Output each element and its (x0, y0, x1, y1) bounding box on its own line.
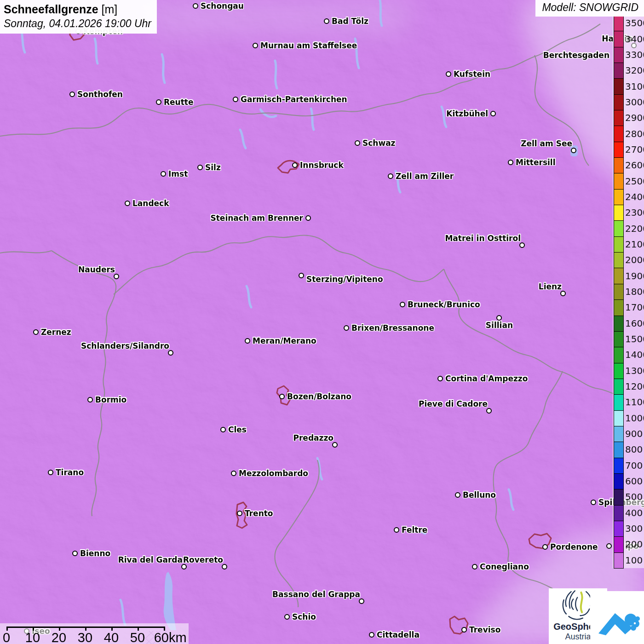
town-dot (87, 397, 93, 402)
town-label: Landeck (132, 199, 169, 208)
scalebar-number: 40 (104, 630, 119, 644)
colorbar-cell (614, 31, 624, 47)
colorbar-value: 1300 (625, 365, 644, 376)
colorbar-value: 600 (625, 476, 643, 487)
colorbar-value: 3400 (625, 34, 644, 45)
town-dot (369, 632, 374, 638)
colorbar-cell (614, 552, 624, 569)
town-dot (161, 171, 166, 177)
town-dot (245, 338, 250, 344)
elevation-colorbar: 3500340033003200310030002900280027002600… (613, 15, 644, 568)
colorbar-cell (614, 505, 624, 521)
colorbar-cell (614, 268, 624, 284)
town-dot (220, 427, 226, 432)
town-label: Matrei in Osttirol (445, 234, 521, 243)
town-label: Nauders (78, 265, 115, 274)
colorbar-cell (614, 299, 624, 316)
town-label: Schongau (201, 1, 244, 11)
colorbar-value: 1700 (625, 302, 644, 313)
town-dot (292, 162, 298, 168)
town-label: Kufstein (454, 69, 490, 79)
scalebar-number: 0 (3, 630, 10, 644)
colorbar-value: 900 (625, 428, 643, 439)
colorbar-value: 1600 (625, 318, 644, 329)
colorbar-cell (614, 205, 624, 221)
town-label: Sillian (486, 321, 513, 330)
town-label: Silz (205, 163, 221, 172)
town-dot (496, 315, 502, 321)
town-dot (508, 160, 513, 165)
colorbar-cell (614, 489, 624, 506)
town-label: Riva del Garda (118, 555, 183, 564)
town-label: Zell am Ziller (396, 172, 454, 181)
town-label: Cles (228, 425, 247, 434)
model-label: Modell: SNOWGRID (535, 0, 644, 17)
colorbar-cell (614, 410, 624, 426)
town-label: Pordenone (550, 542, 598, 552)
colorbar-value: 1100 (625, 397, 644, 408)
town-dot (490, 111, 496, 116)
town-label: Garmisch-Partenkirchen (241, 95, 347, 104)
colorbar-value: 3500 (625, 17, 644, 29)
town-label: Bienno (80, 549, 110, 558)
colorbar-value: 2300 (625, 207, 644, 218)
scalebar-number: 50 (130, 630, 145, 644)
map-title: Schneefallgrenze [m] (4, 3, 151, 16)
town-dot (519, 242, 525, 248)
town-dot (394, 527, 399, 533)
town-label: Treviso (469, 625, 500, 634)
colorbar-cell (614, 78, 624, 95)
colorbar-value: 2800 (625, 128, 644, 139)
scalebar-number: 10 (25, 630, 40, 644)
colorbar-value: 2200 (625, 223, 644, 234)
colorbar-value: 300 (625, 523, 643, 534)
town-dot (193, 3, 198, 9)
town-label: Reutte (164, 98, 194, 107)
town-label: Feltre (402, 525, 427, 535)
colorbar-cell (614, 379, 624, 395)
town-label: Predazzo (293, 433, 334, 443)
colorbar-cell (614, 94, 624, 110)
town-label: Tirano (56, 468, 84, 477)
town-label: Sterzing/Vipiteno (306, 275, 383, 284)
town-dot (168, 350, 173, 356)
town-label: Lienz (539, 282, 562, 291)
colorbar-value: 1800 (625, 286, 644, 297)
colorbar-cell (614, 142, 624, 158)
colorbar-cell (614, 126, 624, 142)
town-dot (222, 564, 227, 569)
town-label: Murnau am Staffelsee (260, 41, 357, 50)
title-box: Schneefallgrenze [m] Sonntag, 04.01.2026… (0, 0, 157, 34)
town-label: Bozen/Bolzano (287, 392, 351, 401)
colorbar-value: 3000 (625, 97, 644, 108)
partner-logo (590, 591, 644, 644)
town-label: Zell am See (521, 139, 572, 148)
snowfall-limit-map: SchongauBad TölzKemptenMurnau am Staffel… (0, 0, 644, 644)
town-dot (114, 274, 119, 279)
mountain-logo-icon (590, 591, 644, 644)
colorbar-cell (614, 284, 624, 300)
colorbar-value: 100 (625, 555, 643, 566)
town-dot (461, 627, 467, 632)
town-label: Zernez (41, 328, 71, 337)
town-label: Trento (245, 509, 273, 518)
town-dot (400, 302, 405, 307)
town-dot (156, 99, 161, 105)
town-dot (181, 564, 187, 569)
scalebar-number: 60km (154, 630, 187, 644)
colorbar-value: 1000 (625, 413, 644, 424)
town-dot (355, 140, 360, 146)
colorbar-value: 1200 (625, 381, 644, 392)
town-label: Sonthofen (77, 90, 123, 99)
colorbar-cell (614, 458, 624, 474)
colorbar-cell (614, 331, 624, 347)
town-label: Mittersill (516, 158, 556, 167)
colorbar-value: 3100 (625, 81, 644, 92)
town-label: Bormio (95, 395, 126, 404)
colorbar-cell (614, 347, 624, 363)
town-label: Belluno (463, 490, 496, 500)
town-label: Meran/Merano (253, 336, 316, 345)
town-dot (344, 325, 349, 331)
town-label: Pieve di Cadore (419, 399, 488, 408)
town-dot (606, 543, 612, 549)
